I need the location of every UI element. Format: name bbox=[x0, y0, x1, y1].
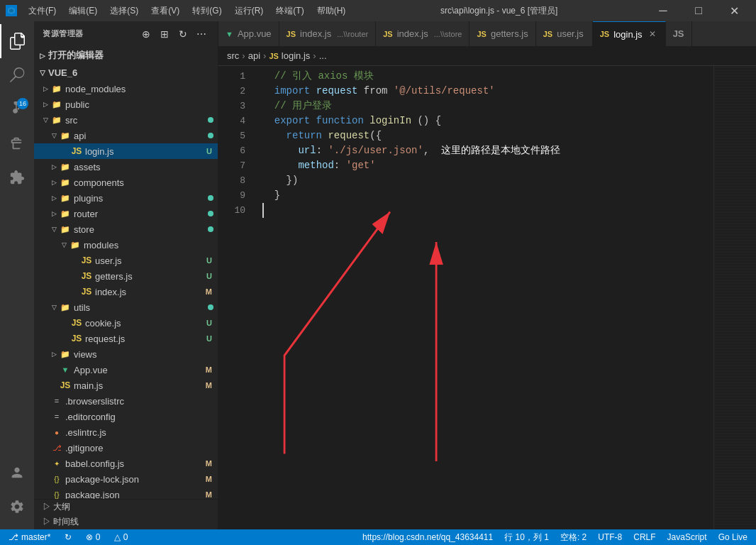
tree-item-app-vue[interactable]: ▷ ▼ App.vue M bbox=[34, 362, 218, 378]
menu-view[interactable]: 查看(V) bbox=[145, 4, 185, 18]
sidebar-actions: ⊕ ⊞ ↻ ⋯ bbox=[138, 26, 209, 42]
tab-router-index[interactable]: JS index.js ...\\router bbox=[279, 21, 377, 46]
menu-edit[interactable]: 编辑(E) bbox=[63, 4, 103, 18]
tab-store-index[interactable]: JS index.js ...\\store bbox=[376, 21, 469, 46]
git-file-icon: ⎇ bbox=[51, 442, 62, 453]
status-spaces[interactable]: 空格: 2 bbox=[557, 532, 589, 544]
line-num-3: 3 bbox=[218, 99, 245, 114]
minimize-button[interactable]: ─ bbox=[647, 0, 679, 21]
tree-item-user-js[interactable]: ▷ JS user.js U bbox=[34, 253, 218, 268]
status-sync[interactable]: ↻ bbox=[62, 532, 74, 542]
activity-explorer[interactable] bbox=[0, 24, 34, 58]
tree-item-node-modules[interactable]: ▷ 📁 node_modules bbox=[34, 81, 218, 97]
main-layout: 16 资源管理器 ⊕ ⊞ ↻ ⋯ bbox=[0, 21, 756, 529]
spaces-text: 空格: 2 bbox=[560, 532, 587, 544]
activity-extensions[interactable] bbox=[0, 160, 34, 194]
tree-item-store[interactable]: ▽ 📁 store bbox=[34, 221, 218, 237]
tab-overflow-label: JS bbox=[673, 28, 684, 39]
url-text: https://blog.csdn.net/qq_43634411 bbox=[362, 532, 493, 542]
tree-item-main-js[interactable]: ▷ JS main.js M bbox=[34, 378, 218, 393]
tree-item-editorconfig[interactable]: ▷ = .editorconfig bbox=[34, 409, 218, 424]
refresh-button[interactable]: ↻ bbox=[175, 26, 191, 42]
tree-item-plugins[interactable]: ▷ 📁 plugins bbox=[34, 190, 218, 206]
item-label: request.js bbox=[85, 334, 206, 344]
timeline-section[interactable]: ▷ 时间线 bbox=[34, 514, 218, 529]
sidebar-content: ▷ 打开的编辑器 ▽ VUE_6 ▷ 📁 node_modules bbox=[34, 46, 218, 499]
sidebar-bottom-sections: ▷ 大纲 ▷ 时间线 bbox=[34, 499, 218, 529]
tree-item-eslintrc[interactable]: ▷ ● .eslintrc.js bbox=[34, 424, 218, 440]
tree-item-views[interactable]: ▷ 📁 views bbox=[34, 346, 218, 362]
code-content[interactable]: // 引入 axios 模块 import request from '@/ut… bbox=[254, 66, 713, 529]
tree-item-cookie-js[interactable]: ▷ JS cookie.js U bbox=[34, 315, 218, 331]
badge-m: M bbox=[206, 287, 212, 296]
collapse-all-button[interactable]: ⋯ bbox=[194, 26, 209, 42]
tree-item-login-js[interactable]: ▷ JS login.js U bbox=[34, 143, 218, 159]
tree-item-router[interactable]: ▷ 📁 router bbox=[34, 206, 218, 221]
tree-item-gitignore[interactable]: ▷ ⎇ .gitignore bbox=[34, 440, 218, 456]
tree-item-assets[interactable]: ▷ 📁 assets bbox=[34, 159, 218, 175]
tree-item-modules[interactable]: ▽ 📁 modules bbox=[34, 237, 218, 253]
tree-item-utils[interactable]: ▽ 📁 utils bbox=[34, 299, 218, 315]
menu-help[interactable]: 帮助(H) bbox=[311, 4, 352, 18]
sidebar-header: 资源管理器 ⊕ ⊞ ↻ ⋯ bbox=[34, 21, 218, 46]
status-go-live[interactable]: Go Live bbox=[716, 532, 750, 542]
breadcrumb-src[interactable]: src bbox=[227, 50, 239, 61]
tab-close-button[interactable]: ✕ bbox=[647, 28, 658, 40]
modified-dot bbox=[208, 117, 213, 123]
menu-terminal[interactable]: 终端(T) bbox=[270, 4, 309, 18]
breadcrumb-file[interactable]: JS login.js bbox=[269, 50, 310, 61]
status-line-ending[interactable]: CRLF bbox=[630, 532, 658, 542]
activity-debug[interactable] bbox=[0, 126, 34, 160]
app-icon bbox=[6, 5, 17, 16]
tab-app-vue[interactable]: ▼ App.vue bbox=[218, 21, 279, 46]
status-errors[interactable]: ⊗ 0 bbox=[83, 532, 103, 542]
tree-item-store-index[interactable]: ▷ JS index.js M bbox=[34, 284, 218, 299]
badge-m: M bbox=[206, 381, 212, 390]
status-line-col[interactable]: 行 10，列 1 bbox=[501, 532, 552, 544]
menu-file[interactable]: 文件(F) bbox=[23, 4, 62, 18]
tree-item-babel-config[interactable]: ▷ ✦ babel.config.js M bbox=[34, 456, 218, 471]
breadcrumb-symbol[interactable]: ... bbox=[319, 50, 327, 61]
new-file-button[interactable]: ⊕ bbox=[138, 26, 154, 42]
tree-item-src[interactable]: ▽ 📁 src bbox=[34, 112, 218, 128]
tab-user-js[interactable]: JS user.js bbox=[536, 21, 593, 46]
activity-source-control[interactable]: 16 bbox=[0, 92, 34, 126]
status-branch[interactable]: ⎇ master* bbox=[6, 532, 53, 542]
tree-item-request-js[interactable]: ▷ JS request.js U bbox=[34, 331, 218, 346]
tree-item-components[interactable]: ▷ 📁 components bbox=[34, 175, 218, 190]
folder-icon: 📁 bbox=[60, 302, 71, 313]
status-encoding[interactable]: UTF-8 bbox=[595, 532, 625, 542]
badge-u: U bbox=[206, 147, 212, 155]
activity-settings[interactable] bbox=[0, 490, 34, 524]
status-url[interactable]: https://blog.csdn.net/qq_43634411 bbox=[360, 532, 496, 542]
titlebar: 文件(F) 编辑(E) 选择(S) 查看(V) 转到(G) 运行(R) 终端(T… bbox=[0, 0, 756, 21]
tree-item-getters-js[interactable]: ▷ JS getters.js U bbox=[34, 268, 218, 284]
menu-goto[interactable]: 转到(G) bbox=[187, 4, 227, 18]
badge-m: M bbox=[206, 365, 212, 374]
outline-section[interactable]: ▷ 大纲 bbox=[34, 500, 218, 514]
maximize-button[interactable]: □ bbox=[682, 0, 715, 21]
tree-item-api[interactable]: ▽ 📁 api bbox=[34, 128, 218, 143]
tab-overflow[interactable]: JS bbox=[666, 21, 692, 46]
tab-getters-js[interactable]: JS getters.js bbox=[469, 21, 535, 46]
status-language[interactable]: JavaScript bbox=[665, 532, 710, 542]
menu-run[interactable]: 运行(R) bbox=[229, 4, 269, 18]
tree-item-browserslistrc[interactable]: ▷ = .browserslistrc bbox=[34, 393, 218, 409]
status-warnings[interactable]: △ 0 bbox=[111, 532, 130, 542]
tree-item-public[interactable]: ▷ 📁 public bbox=[34, 97, 218, 112]
code-line-4: export function loginIn () { bbox=[262, 114, 713, 128]
code-line-5: return request({ bbox=[262, 128, 713, 143]
close-button[interactable]: ✕ bbox=[718, 0, 750, 21]
tree-item-package-lock[interactable]: ▷ {} package-lock.json M bbox=[34, 471, 218, 487]
tree-item-package-json[interactable]: ▷ {} package.json M bbox=[34, 487, 218, 499]
open-editors-header[interactable]: ▷ 打开的编辑器 bbox=[34, 46, 218, 65]
activity-search[interactable] bbox=[0, 58, 34, 92]
project-header[interactable]: ▽ VUE_6 bbox=[34, 65, 218, 81]
breadcrumb-api[interactable]: api bbox=[248, 50, 260, 61]
js-tab-icon: JS bbox=[600, 30, 609, 38]
new-folder-button[interactable]: ⊞ bbox=[157, 26, 172, 42]
menu-select[interactable]: 选择(S) bbox=[104, 4, 144, 18]
line-num-4: 4 bbox=[218, 114, 245, 128]
activity-account[interactable] bbox=[0, 456, 34, 490]
tab-login-js[interactable]: JS login.js ✕ bbox=[593, 21, 666, 46]
